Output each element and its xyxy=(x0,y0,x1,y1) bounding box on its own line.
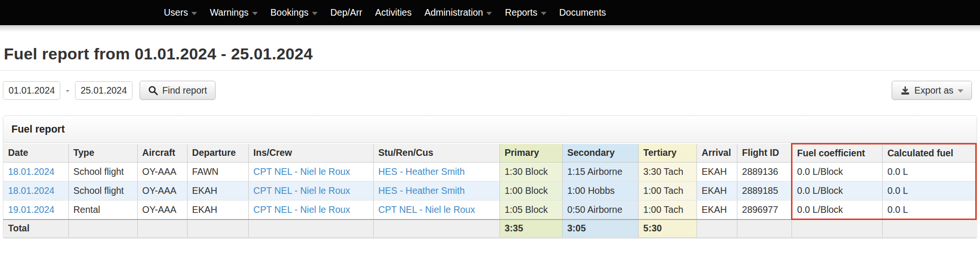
cell-fuel-coefficient: 0.0 L/Block xyxy=(792,182,882,201)
nav-item-label: Dep/Arr xyxy=(330,8,362,18)
download-icon xyxy=(900,86,910,96)
date-link[interactable]: 18.01.2024 xyxy=(8,166,55,177)
nav-item-label: Users xyxy=(164,8,188,18)
stu-ren-cus-link[interactable]: HES - Heather Smith xyxy=(378,166,465,177)
cell-calculated-fuel: 0.0 L xyxy=(882,182,976,201)
date-link[interactable]: 19.01.2024 xyxy=(8,204,55,215)
nav-item-dep-arr[interactable]: Dep/Arr xyxy=(330,8,362,18)
column-header-primary: Primary xyxy=(499,144,562,162)
cell-arrival: EKAH xyxy=(697,201,737,220)
nav-item-documents[interactable]: Documents xyxy=(559,8,606,18)
cell-departure: EKAH xyxy=(187,201,248,220)
table-row: 18.01.2024 School flight OY-AAA FAWN CPT… xyxy=(3,162,976,182)
cell-ins-crew: CPT NEL - Niel le Roux xyxy=(248,201,373,220)
cell-type: Rental xyxy=(68,201,137,220)
caret-down-icon xyxy=(486,12,492,15)
cell-fuel-coefficient: 0.0 L/Block xyxy=(792,201,882,220)
nav-item-bookings[interactable]: Bookings xyxy=(271,8,318,18)
caret-down-icon xyxy=(958,89,963,93)
column-header-ins-crew: Ins/Crew xyxy=(248,144,373,162)
cell-tertiary: 1:00 Tach xyxy=(638,182,697,201)
column-header-tertiary: Tertiary xyxy=(638,144,697,162)
ins-crew-link[interactable]: CPT NEL - Niel le Roux xyxy=(254,185,350,196)
cell-fuel-coefficient: 0.0 L/Block xyxy=(792,162,882,182)
header-row: Date Type Aircraft Departure Ins/Crew St… xyxy=(3,144,976,162)
stu-ren-cus-link[interactable]: HES - Heather Smith xyxy=(378,185,465,196)
cell-secondary: 1:15 Airborne xyxy=(562,162,638,182)
stu-ren-cus-link[interactable]: CPT NEL - Niel le Roux xyxy=(378,204,475,215)
total-row: Total 3:35 3:05 5:30 xyxy=(3,220,976,238)
cell-calculated-fuel: 0.0 L xyxy=(882,162,976,182)
ins-crew-link[interactable]: CPT NEL - Niel le Roux xyxy=(254,166,350,177)
column-header-type: Type xyxy=(68,144,137,162)
cell-primary: 1:00 Block xyxy=(499,182,562,201)
filter-row: - Find report Export as xyxy=(3,81,977,100)
cell-date: 18.01.2024 xyxy=(3,162,68,182)
find-report-button[interactable]: Find report xyxy=(140,81,216,100)
cell-departure: EKAH xyxy=(187,182,248,201)
total-secondary: 3:05 xyxy=(562,220,638,238)
nav-item-activities[interactable]: Activities xyxy=(375,8,412,18)
caret-down-icon xyxy=(541,12,547,15)
find-report-label: Find report xyxy=(162,85,207,96)
cell-flight-id: 2889136 xyxy=(737,162,792,182)
cell-primary: 1:05 Block xyxy=(499,201,562,220)
nav-item-label: Warnings xyxy=(210,8,249,18)
cell-stu-ren-cus: HES - Heather Smith xyxy=(373,162,499,182)
nav-item-reports[interactable]: Reports xyxy=(505,8,546,18)
nav-item-administration[interactable]: Administration xyxy=(424,8,492,18)
cell-aircraft: OY-AAA xyxy=(137,162,187,182)
cell-stu-ren-cus: HES - Heather Smith xyxy=(373,182,499,201)
column-header-aircraft: Aircraft xyxy=(137,144,187,162)
caret-down-icon xyxy=(191,12,197,15)
date-to-input[interactable] xyxy=(75,81,132,100)
nav-item-label: Bookings xyxy=(271,8,309,18)
cell-flight-id: 2889185 xyxy=(737,182,792,201)
total-label: Total xyxy=(3,220,68,238)
cell-arrival: EKAH xyxy=(697,182,737,201)
cell-ins-crew: CPT NEL - Niel le Roux xyxy=(248,162,373,182)
column-header-date: Date xyxy=(3,144,68,162)
cell-type: School flight xyxy=(68,162,137,182)
fuel-report-table: Date Type Aircraft Departure Ins/Crew St… xyxy=(3,143,977,238)
caret-down-icon xyxy=(252,12,258,15)
total-tertiary: 5:30 xyxy=(638,220,697,238)
column-header-flight-id: Flight ID xyxy=(737,144,792,162)
column-header-departure: Departure xyxy=(187,144,248,162)
cell-tertiary: 1:00 Tach xyxy=(638,201,697,220)
cell-tertiary: 3:30 Tach xyxy=(638,162,697,182)
cell-calculated-fuel: 0.0 L xyxy=(882,201,976,220)
nav-item-warnings[interactable]: Warnings xyxy=(210,8,258,18)
cell-primary: 1:30 Block xyxy=(499,162,562,182)
column-header-arrival: Arrival xyxy=(697,144,737,162)
cell-type: School flight xyxy=(68,182,137,201)
date-link[interactable]: 18.01.2024 xyxy=(8,185,55,196)
search-icon xyxy=(148,86,158,96)
export-as-button[interactable]: Export as xyxy=(892,81,972,100)
top-navbar: Users Warnings Bookings Dep/Arr Activiti… xyxy=(0,0,980,25)
column-header-secondary: Secondary xyxy=(562,144,638,162)
nav-item-label: Documents xyxy=(559,8,606,18)
cell-stu-ren-cus: CPT NEL - Niel le Roux xyxy=(373,201,499,220)
nav-item-label: Administration xyxy=(424,8,483,18)
cell-flight-id: 2896977 xyxy=(737,201,792,220)
page-divider xyxy=(0,70,980,71)
cell-ins-crew: CPT NEL - Niel le Roux xyxy=(248,182,373,201)
date-range-separator: - xyxy=(66,85,69,96)
cell-secondary: 0:50 Airborne xyxy=(562,201,638,220)
cell-aircraft: OY-AAA xyxy=(137,182,187,201)
page-title: Fuel report from 01.01.2024 - 25.01.2024 xyxy=(4,45,977,63)
caret-down-icon xyxy=(312,12,318,15)
date-from-input[interactable] xyxy=(3,81,60,100)
export-as-label: Export as xyxy=(914,85,953,96)
navbar-shadow xyxy=(0,25,980,32)
cell-departure: FAWN xyxy=(187,162,248,182)
column-header-calculated-fuel: Calculated fuel xyxy=(882,144,976,162)
table-row: 18.01.2024 School flight OY-AAA EKAH CPT… xyxy=(3,182,976,201)
cell-date: 19.01.2024 xyxy=(3,201,68,220)
panel-title: Fuel report xyxy=(3,116,977,143)
nav-item-users[interactable]: Users xyxy=(164,8,197,18)
cell-arrival: EKAH xyxy=(697,162,737,182)
nav-item-label: Reports xyxy=(505,8,537,18)
ins-crew-link[interactable]: CPT NEL - Niel le Roux xyxy=(254,204,350,215)
